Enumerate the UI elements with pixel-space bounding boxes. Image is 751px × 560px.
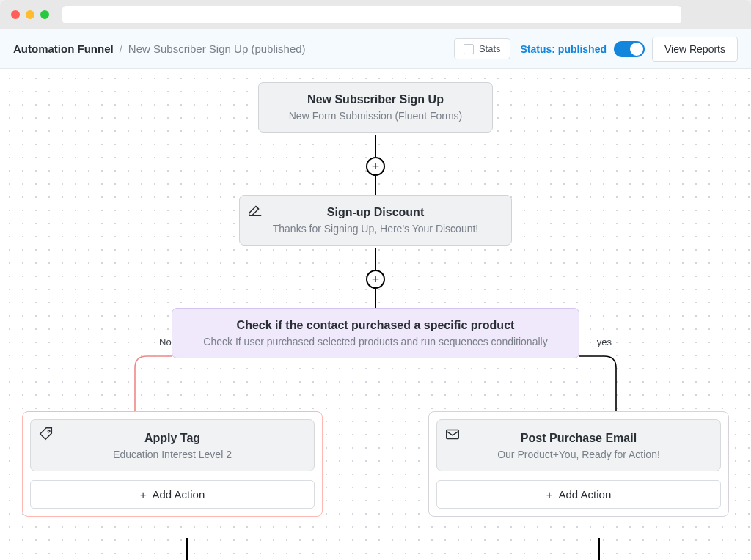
status-toggle[interactable]	[614, 41, 645, 57]
svg-rect-1	[447, 430, 459, 439]
connector-line	[598, 538, 600, 560]
envelope-icon	[444, 426, 461, 445]
add-action-button-no[interactable]: + Add Action	[30, 480, 315, 509]
breadcrumb-current: New Subscriber Sign Up (published)	[128, 43, 306, 55]
app-header: Automation Funnel / New Subscriber Sign …	[0, 29, 751, 69]
status-label: Status: published	[518, 43, 607, 55]
apply-tag-subtitle: Education Interest Level 2	[38, 449, 307, 460]
apply-tag-title: Apply Tag	[38, 432, 307, 445]
post-purchase-email-node[interactable]: Post Purchase Email Our Product+You, Rea…	[436, 419, 721, 471]
traffic-lights	[11, 10, 49, 19]
branch-label-yes: yes	[597, 336, 612, 347]
condition-node[interactable]: Check if the contact purchased a specifi…	[172, 308, 579, 358]
svg-point-0	[48, 430, 50, 432]
add-step-button[interactable]: +	[366, 270, 385, 289]
condition-title: Check if the contact purchased a specifi…	[172, 309, 579, 332]
header-controls: Stats Status: published View Reports	[454, 37, 738, 62]
connector-line	[375, 176, 376, 195]
add-action-label: Add Action	[559, 488, 612, 501]
stats-label: Stats	[479, 43, 501, 54]
connector-line	[375, 289, 376, 308]
email-node-title: Post Purchase Email	[444, 432, 713, 445]
stats-toggle-button[interactable]: Stats	[454, 38, 510, 59]
condition-subtitle: Check If user purchased selected product…	[172, 332, 579, 358]
connector-line	[186, 538, 188, 560]
automation-canvas[interactable]: New Subscriber Sign Up New Form Submissi…	[0, 69, 751, 560]
connector-line	[375, 248, 376, 270]
trigger-title: New Subscriber Sign Up	[259, 83, 492, 106]
plus-icon: +	[546, 488, 553, 501]
compose-icon	[247, 202, 263, 221]
browser-chrome	[0, 0, 751, 29]
apply-tag-node[interactable]: Apply Tag Education Interest Level 2	[30, 419, 315, 471]
email-node-signup-discount[interactable]: Sign-up Discount Thanks for Signing Up, …	[239, 195, 512, 246]
maximize-window-button[interactable]	[40, 10, 49, 19]
breadcrumb: Automation Funnel / New Subscriber Sign …	[13, 43, 306, 55]
email-node-subtitle: Our Product+You, Ready for Action!	[444, 449, 713, 460]
url-bar[interactable]	[62, 6, 681, 23]
trigger-node[interactable]: New Subscriber Sign Up New Form Submissi…	[258, 82, 493, 133]
add-action-label: Add Action	[153, 488, 205, 501]
email-node-subtitle: Thanks for Signing Up, Here's Your Disco…	[240, 219, 511, 245]
add-action-button-yes[interactable]: + Add Action	[436, 480, 721, 509]
close-window-button[interactable]	[11, 10, 20, 19]
add-step-button[interactable]: +	[366, 157, 385, 176]
no-branch-container: Apply Tag Education Interest Level 2 + A…	[22, 411, 323, 517]
trigger-subtitle: New Form Submission (Fluent Forms)	[259, 106, 492, 132]
breadcrumb-separator: /	[120, 43, 122, 55]
stats-checkbox[interactable]	[464, 44, 474, 54]
email-node-title: Sign-up Discount	[240, 196, 511, 219]
plus-icon: +	[140, 488, 147, 501]
tag-icon	[38, 426, 54, 445]
yes-branch-container: Post Purchase Email Our Product+You, Rea…	[428, 411, 729, 517]
breadcrumb-root[interactable]: Automation Funnel	[13, 43, 114, 55]
branch-label-no: No	[159, 336, 172, 347]
view-reports-button[interactable]: View Reports	[652, 37, 738, 62]
minimize-window-button[interactable]	[26, 10, 34, 19]
connector-line	[375, 135, 376, 157]
